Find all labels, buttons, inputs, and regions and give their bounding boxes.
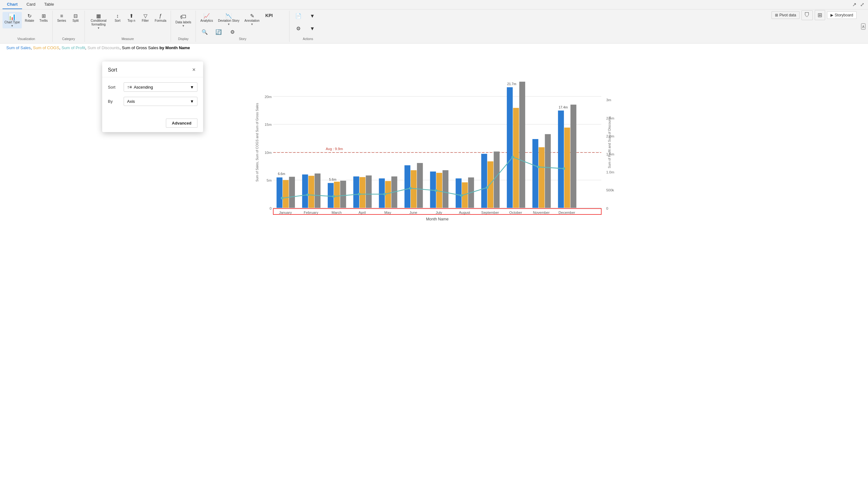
bar-orange-sep	[488, 161, 494, 208]
line-dot-aug	[460, 194, 463, 197]
split-button[interactable]: ⊟ Split	[69, 12, 82, 24]
chart-type-button[interactable]: 📊 Chart Type ▼	[2, 12, 22, 28]
kpi-button[interactable]: KPI	[263, 12, 275, 19]
sort-dialog-close-button[interactable]: ×	[190, 66, 197, 74]
pivot-label: Pivot data	[779, 13, 796, 17]
category-label: Category	[62, 36, 75, 41]
edit-btn2[interactable]: 🔄	[212, 28, 225, 36]
deviation-story-icon: 📉	[225, 13, 232, 19]
topn-button[interactable]: ⬆ Top n	[125, 12, 138, 24]
avg-label: Avg : 9.9m	[326, 147, 343, 151]
y-label-0: 0	[270, 206, 272, 210]
label-dec: 17.4m	[559, 106, 568, 109]
x-label-feb: February	[304, 210, 318, 215]
bar-orange-dec	[564, 128, 570, 208]
by-select[interactable]: Axis ▼	[124, 97, 197, 106]
series-label: Series	[57, 19, 66, 23]
filter-button[interactable]: ▽ Filter	[139, 12, 152, 24]
bar-blue-dec	[558, 111, 564, 208]
pivot-data-button[interactable]: ⊞ Pivot data	[772, 11, 800, 19]
bar-blue-feb	[302, 175, 308, 208]
bar-orange-apr	[360, 177, 366, 208]
data-labels-button[interactable]: 🏷 Data labels ▼	[174, 12, 193, 28]
analytics-button[interactable]: 📈 Analytics	[198, 12, 215, 24]
advanced-button[interactable]: Advanced	[166, 119, 197, 128]
line-dot-oct	[511, 156, 514, 158]
x-label-aug: August	[459, 210, 470, 215]
label-jan: 6.6m	[278, 172, 285, 176]
storyboard-button[interactable]: ▶ Storyboard	[827, 11, 857, 19]
x-label-jun: June	[409, 210, 417, 215]
y-label-15m: 15m	[265, 123, 272, 127]
export-button[interactable]: ▼	[306, 12, 318, 20]
formula-button[interactable]: ƒ Formula	[153, 12, 168, 24]
config-icon: ⚙	[296, 26, 301, 32]
annotation-button[interactable]: ✎ Annotation ▼	[243, 12, 261, 27]
trellis-icon: ⊞	[42, 13, 46, 19]
bar-blue-apr	[353, 176, 359, 208]
bar-blue-jan	[277, 177, 283, 208]
x-label-dec: December	[559, 210, 575, 215]
pdf-button[interactable]: 📄	[292, 12, 305, 20]
bar-gray-nov	[545, 134, 551, 208]
bar-gray-apr	[366, 176, 372, 208]
topn-icon: ⬆	[129, 13, 133, 19]
display-label: Display	[178, 36, 189, 41]
chart-area: 0 5m 10m 15m 20m 0 500k 1.0m 1.5m 2.0m 2…	[0, 52, 868, 222]
display-group: 🏷 Data labels ▼ Display	[171, 11, 196, 42]
more-button[interactable]: ▼	[306, 25, 318, 32]
deviation-story-button[interactable]: 📉 Deviation Story ▼	[216, 12, 241, 27]
sort-dialog-footer: Advanced	[102, 116, 203, 132]
x-label-jul: July	[436, 210, 442, 215]
by-row: By Axis ▼	[108, 97, 197, 106]
rotate-button[interactable]: ↻ Rotate	[23, 12, 36, 24]
bar-gray-jan	[289, 177, 295, 208]
filter-icon: ▽	[144, 13, 147, 19]
category-group: ≡ Series ⊟ Split Category	[53, 11, 85, 42]
conditional-formatting-label: Conditional formatting	[89, 19, 108, 27]
bar-blue-may	[379, 178, 385, 208]
x-label-sep: September	[481, 210, 499, 215]
more-icon: ▼	[310, 26, 315, 32]
settings-button[interactable]: ⚙	[292, 25, 305, 32]
analytics-icon: 📈	[204, 13, 210, 19]
search-btn[interactable]: 🔍	[198, 28, 211, 36]
sort-order-select[interactable]: ↑≡ Ascending ▼	[124, 82, 197, 92]
bar-orange-nov	[539, 147, 545, 208]
conditional-formatting-button[interactable]: ▦ Conditional formatting ▼	[87, 12, 110, 31]
pdf-icon: 📄	[295, 13, 302, 19]
line-dot-sep	[486, 186, 488, 189]
pivot-icon: ⊞	[775, 13, 778, 17]
y-right-1m: 1.0m	[606, 171, 614, 174]
bar-blue-oct	[507, 87, 513, 208]
series-button[interactable]: ≡ Series	[55, 12, 68, 24]
topn-label: Top n	[127, 19, 135, 23]
deviation-story-label: Deviation Story	[218, 19, 239, 23]
tab-chart[interactable]: Chart	[2, 0, 22, 9]
sort-dialog-title: Sort	[108, 67, 117, 73]
bar-orange-mar	[334, 182, 340, 208]
data-labels-icon: 🏷	[180, 13, 186, 21]
line-dot-apr	[358, 193, 361, 196]
line-dot-feb	[306, 194, 309, 196]
sort-dialog-header: Sort ×	[102, 62, 203, 77]
y-label-20m: 20m	[265, 95, 272, 99]
expand-icon[interactable]: ⤢	[859, 0, 866, 9]
settings-btn2[interactable]: ⚙	[226, 28, 239, 36]
table-icon-btn[interactable]: ⊞	[815, 10, 825, 20]
tab-card[interactable]: Card	[22, 0, 40, 9]
tab-table[interactable]: Table	[40, 0, 58, 9]
chart-title: Sum of Sales, Sum of COGS, Sum of Profit…	[0, 43, 868, 52]
trellis-button[interactable]: ⊞ Trellis	[37, 12, 50, 24]
x-label-mar: March	[332, 210, 342, 215]
filter-icon-btn[interactable]: ⛉	[801, 10, 813, 20]
ribbon-collapse-button[interactable]: ∧	[861, 23, 866, 30]
visualization-group: 📊 Chart Type ▼ ↻ Rotate ⊞ Trellis Visual…	[0, 11, 53, 42]
y-label-5m: 5m	[267, 179, 272, 183]
minimize-icon[interactable]: ↗	[851, 0, 858, 9]
bar-orange-jan	[283, 180, 289, 208]
y-right-title: Sum of Profit and Sum of Discounts	[608, 116, 611, 168]
sort-button[interactable]: ↕ Sort	[111, 12, 124, 24]
rotate-label: Rotate	[25, 19, 34, 23]
settings-icon: ⚙	[230, 29, 235, 35]
